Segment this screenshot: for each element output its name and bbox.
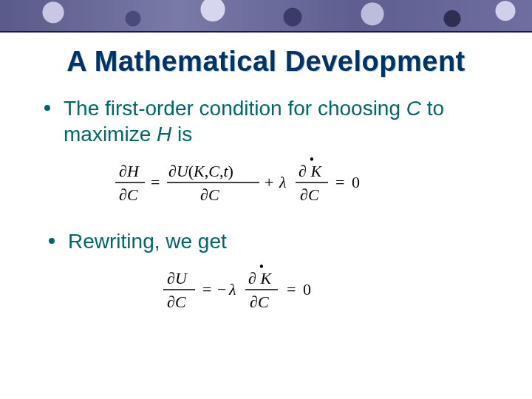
- bullet-list: The first-order condition for choosing C…: [0, 95, 532, 319]
- svg-text:−: −: [217, 280, 226, 299]
- svg-text:=: =: [202, 280, 211, 299]
- svg-text:=: =: [151, 173, 160, 191]
- svg-text:λ: λ: [279, 173, 287, 191]
- svg-text:∂U(K,C,t): ∂U(K,C,t): [168, 162, 233, 180]
- svg-text:∂ K: ∂ K: [299, 162, 322, 180]
- bullet-dot-icon: [49, 238, 55, 244]
- svg-text:+: +: [265, 173, 273, 191]
- svg-text:∂C: ∂C: [119, 185, 138, 204]
- bullet-dot-icon: [44, 105, 50, 111]
- bullet-text: Rewriting, we get: [68, 228, 227, 254]
- svg-text:0: 0: [303, 280, 311, 299]
- bullet-item: The first-order condition for choosing C…: [44, 95, 497, 147]
- svg-text:∂C: ∂C: [250, 293, 269, 311]
- bullet-item: Rewriting, we get: [49, 228, 497, 254]
- equation-2: ∂U ∂C = − λ • ∂ K ∂C = 0: [44, 265, 497, 319]
- decorative-banner: [0, 0, 532, 33]
- bullet-text: The first-order condition for choosing C…: [64, 95, 497, 147]
- svg-text:=: =: [335, 173, 344, 191]
- svg-text:∂U: ∂U: [167, 269, 188, 287]
- svg-text:=: =: [287, 280, 296, 299]
- svg-text:λ: λ: [228, 280, 236, 299]
- svg-text:∂C: ∂C: [167, 293, 186, 311]
- svg-text:∂C: ∂C: [200, 185, 219, 204]
- svg-text:∂H: ∂H: [119, 162, 140, 180]
- svg-text:0: 0: [352, 173, 360, 191]
- svg-text:∂ K: ∂ K: [248, 269, 272, 287]
- equation-1: ∂H ∂C = ∂U(K,C,t) ∂C + λ • ∂ K ∂C = 0: [44, 157, 497, 212]
- svg-text:∂C: ∂C: [300, 185, 319, 204]
- slide-title: A Mathematical Development: [0, 46, 532, 78]
